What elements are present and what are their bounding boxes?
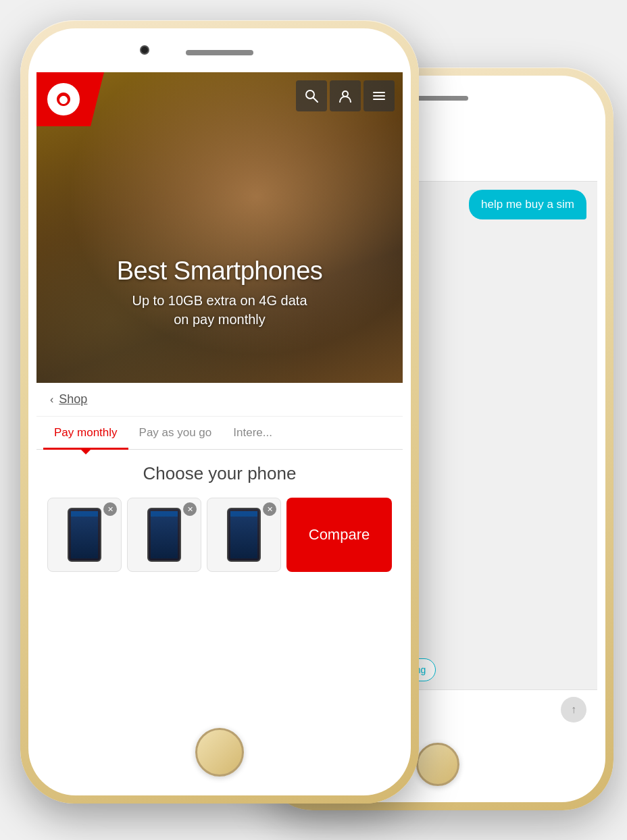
chat-bubble-user: help me buy a sim — [469, 190, 586, 219]
phone-thumbnail-3[interactable]: ✕ — [207, 498, 281, 572]
phone-image-2 — [147, 508, 181, 562]
hero-banner: Best Smartphones Up to 10GB extra on 4G … — [36, 72, 403, 383]
vodafone-nav — [296, 80, 395, 111]
phones-compare-row: ✕ ✕ ✕ Compare — [47, 498, 392, 572]
scene: TOBi. 👋 with all things SIM uld you like… — [0, 0, 627, 840]
phone1-frame: Best Smartphones Up to 10GB extra on 4G … — [20, 20, 419, 804]
phone-image-3 — [227, 508, 261, 562]
phone1-camera — [140, 45, 149, 55]
remove-phone-3-button[interactable]: ✕ — [263, 502, 276, 516]
compare-button[interactable]: Compare — [286, 498, 392, 572]
chat-send-button[interactable]: ↑ — [561, 697, 586, 723]
breadcrumb-arrow-icon: ‹ — [50, 394, 53, 406]
tab-interest[interactable]: Intere... — [222, 417, 283, 449]
phone1-speaker-grille — [186, 50, 253, 55]
hero-subtitle: Up to 10GB extra on 4G data on pay month… — [36, 291, 403, 329]
phone1-screen: Best Smartphones Up to 10GB extra on 4G … — [36, 72, 403, 714]
breadcrumb-shop-link[interactable]: Shop — [59, 392, 87, 406]
phone-thumbnail-2[interactable]: ✕ — [127, 498, 201, 572]
phone2-home-button[interactable] — [416, 743, 459, 786]
remove-phone-2-button[interactable]: ✕ — [183, 502, 197, 516]
account-button[interactable] — [330, 80, 361, 111]
phone1-inner: Best Smartphones Up to 10GB extra on 4G … — [28, 28, 411, 795]
phone-thumbnail-1[interactable]: ✕ — [47, 498, 122, 572]
choose-phone-title: Choose your phone — [47, 463, 392, 484]
menu-button[interactable] — [363, 80, 395, 111]
tab-pay-monthly[interactable]: Pay monthly — [43, 417, 128, 449]
tabs-row: Pay monthly Pay as you go Intere... — [36, 417, 403, 450]
tab-payg[interactable]: Pay as you go — [128, 417, 223, 449]
phone-image-1 — [68, 508, 101, 562]
vodafone-logo[interactable] — [47, 83, 80, 115]
hero-text-block: Best Smartphones Up to 10GB extra on 4G … — [36, 257, 403, 329]
breadcrumb: ‹ Shop — [36, 383, 403, 417]
search-button[interactable] — [296, 80, 327, 111]
svg-line-1 — [314, 98, 318, 103]
hero-title: Best Smartphones — [36, 257, 403, 286]
choose-phone-section: Choose your phone ✕ ✕ — [36, 450, 403, 583]
remove-phone-1-button[interactable]: ✕ — [103, 502, 117, 516]
phone1-home-button[interactable] — [195, 728, 244, 777]
svg-point-2 — [343, 91, 348, 97]
